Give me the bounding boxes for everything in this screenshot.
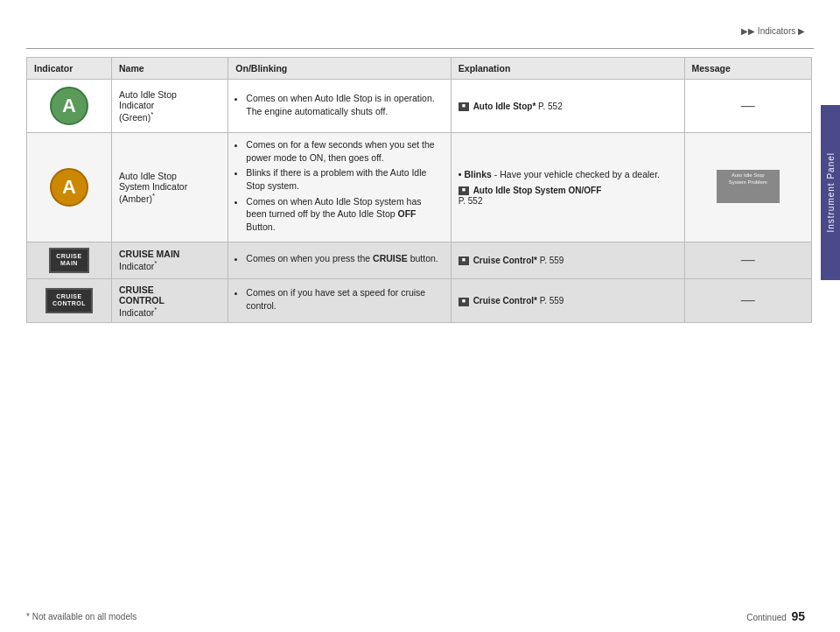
table-row: CRUISE MAIN CRUISE MAINIndicator* Comes … bbox=[27, 242, 812, 278]
book-icon-2: ■ bbox=[458, 186, 469, 195]
cruise-main-icon: CRUISE MAIN bbox=[49, 248, 88, 273]
ref-link-3: ■ Cruise Control* P. 559 bbox=[458, 256, 564, 265]
book-icon: ■ bbox=[458, 102, 469, 111]
breadcrumb-text: ▶▶ Indicators ▶ bbox=[741, 26, 805, 36]
col-header-explanation: Explanation bbox=[451, 58, 684, 80]
main-content: Indicator Name On/Blinking Explanation M… bbox=[26, 57, 812, 597]
col-header-onblinking: On/Blinking bbox=[228, 58, 452, 80]
green-a-icon: A bbox=[50, 87, 88, 125]
name-cell: CRUISE MAINIndicator* bbox=[111, 242, 228, 278]
name-cell: Auto Idle StopSystem Indicator(Amber)* bbox=[111, 133, 228, 242]
table-row: CRUISE CONTROL CRUISECONTROLIndicator* C… bbox=[27, 278, 812, 323]
ref-link-2: ■ Auto Idle Stop System ON/OFFP. 552 bbox=[458, 186, 601, 206]
indicator-icon-cell: CRUISE MAIN bbox=[27, 242, 112, 278]
amber-a-icon: A bbox=[50, 168, 88, 207]
book-icon-3: ■ bbox=[458, 256, 469, 265]
on-blinking-cell: Comes on if you have set a speed for cru… bbox=[228, 278, 452, 323]
col-header-message: Message bbox=[684, 58, 811, 80]
continued-label: Continued 95 bbox=[746, 609, 805, 623]
indicators-table: Indicator Name On/Blinking Explanation M… bbox=[26, 57, 812, 323]
dash: — bbox=[741, 98, 755, 113]
message-thumbnail: Auto Idle StopSystem Problem bbox=[717, 170, 780, 203]
table-row: A Auto Idle StopIndicator(Green)* Comes … bbox=[27, 80, 812, 133]
explanation-cell: ■ Cruise Control* P. 559 bbox=[451, 278, 684, 323]
name-cell: Auto Idle StopIndicator(Green)* bbox=[111, 80, 228, 133]
on-blinking-cell: Comes on for a few seconds when you set … bbox=[228, 133, 452, 242]
explanation-cell: • Blinks - Have your vehicle checked by … bbox=[451, 133, 684, 242]
indicator-icon-cell: CRUISE CONTROL bbox=[27, 278, 112, 323]
message-cell: — bbox=[684, 278, 811, 323]
on-blinking-cell: Comes on when you press the CRUISE butto… bbox=[228, 242, 452, 278]
table-row: A Auto Idle StopSystem Indicator(Amber)*… bbox=[27, 133, 812, 242]
thumb-text: Auto Idle StopSystem Problem bbox=[717, 170, 780, 189]
page-number: 95 bbox=[791, 609, 805, 623]
page-footer: * Not available on all models Continued … bbox=[26, 609, 805, 623]
footnote: * Not available on all models bbox=[26, 612, 136, 621]
message-cell: — bbox=[684, 242, 811, 278]
indicator-icon-cell: A bbox=[27, 80, 112, 133]
cruise-control-icon: CRUISE CONTROL bbox=[46, 288, 93, 313]
explanation-cell: ■ Auto Idle Stop* P. 552 bbox=[451, 80, 684, 133]
on-blinking-cell: Comes on when Auto Idle Stop is in opera… bbox=[228, 80, 452, 133]
sidebar-tab: Instrument Panel bbox=[821, 105, 840, 280]
message-cell: — bbox=[684, 80, 811, 133]
book-icon-4: ■ bbox=[458, 298, 469, 306]
col-header-name: Name bbox=[111, 58, 228, 80]
indicator-icon-cell: A bbox=[27, 133, 112, 242]
header-divider bbox=[26, 48, 814, 49]
col-header-indicator: Indicator bbox=[27, 58, 112, 80]
message-cell-thumb: Auto Idle StopSystem Problem bbox=[684, 133, 811, 242]
ref-link-4: ■ Cruise Control* P. 559 bbox=[458, 296, 564, 305]
ref-link: ■ Auto Idle Stop* P. 552 bbox=[458, 102, 563, 111]
sidebar-label: Instrument Panel bbox=[826, 152, 836, 233]
dash: — bbox=[741, 292, 755, 307]
name-cell: CRUISECONTROLIndicator* bbox=[111, 278, 228, 323]
explanation-cell: ■ Cruise Control* P. 559 bbox=[451, 242, 684, 278]
breadcrumb: ▶▶ Indicators ▶ bbox=[741, 26, 805, 36]
dash: — bbox=[741, 252, 755, 267]
